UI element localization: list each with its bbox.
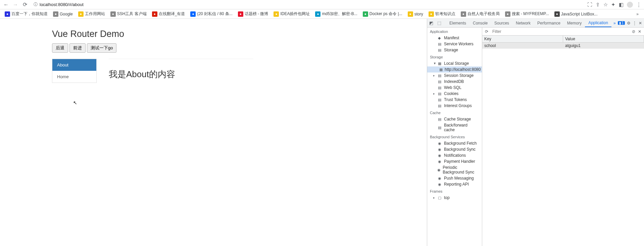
settings-icon[interactable]: ⚙ bbox=[627, 21, 631, 26]
bookmark-item[interactable]: ●搜索 - MYFREEMP... bbox=[503, 10, 551, 17]
bookmark-label: Google bbox=[60, 12, 73, 16]
forward-btn[interactable]: 前进 bbox=[69, 43, 86, 53]
bookmark-icon: ● bbox=[53, 11, 58, 17]
toolbar-right: ⛶ ⇪ ☆ ✦ ◧ ⋮ bbox=[587, 2, 641, 8]
tree-icon: ▤ bbox=[438, 86, 442, 90]
tab-performance[interactable]: Performance bbox=[534, 19, 564, 27]
tree-label: Service Workers bbox=[444, 42, 474, 46]
test-go-btn[interactable]: 测试一下go bbox=[87, 43, 116, 53]
bookmark-label: (20 封私信 / 80 条... bbox=[197, 11, 232, 17]
translate-icon[interactable]: ⛶ bbox=[587, 2, 592, 7]
tab-elements[interactable]: Elements bbox=[446, 19, 469, 27]
tree-item[interactable]: ◉Background Sync bbox=[427, 146, 482, 152]
nav-item-home[interactable]: Home bbox=[52, 71, 96, 83]
url-text: localhost:8080/#/about bbox=[40, 2, 84, 7]
bookmark-item[interactable]: ●软考知识点 bbox=[427, 10, 457, 17]
bookmark-label: md5加密、解密-B... bbox=[322, 11, 357, 17]
bookmark-item[interactable]: ●Google bbox=[51, 11, 75, 17]
clear-icon[interactable]: ⊘ bbox=[632, 29, 635, 34]
tree-icon: ▤ bbox=[438, 80, 442, 84]
forward-button[interactable]: → bbox=[12, 1, 19, 8]
tree-icon: ▢ bbox=[438, 196, 442, 200]
tree-item[interactable]: ▤Service Workers bbox=[427, 41, 482, 47]
tree-item[interactable]: ▤IndexedDB bbox=[427, 79, 482, 85]
bookmark-item[interactable]: ●md5加密、解密-B... bbox=[313, 10, 359, 17]
filter-input[interactable] bbox=[491, 29, 629, 35]
bookmark-item[interactable]: ●IDEA插件包网址 bbox=[271, 10, 312, 17]
tree-label: Push Messaging bbox=[444, 176, 474, 181]
tree-item[interactable]: ▤Cache Storage bbox=[427, 116, 482, 122]
star-icon[interactable]: ☆ bbox=[603, 2, 608, 8]
tree-item[interactable]: ▤Web SQL bbox=[427, 85, 482, 91]
bookmark-item[interactable]: ●story bbox=[406, 11, 425, 17]
back-btn[interactable]: 后退 bbox=[52, 43, 68, 53]
tree-item[interactable]: ▤Storage bbox=[427, 47, 482, 53]
table-header[interactable]: Key bbox=[482, 36, 563, 42]
bookmarks-more-icon[interactable]: » bbox=[636, 12, 641, 16]
tree-icon: ◉ bbox=[438, 147, 442, 152]
table-row[interactable]: schoolatguigu1 bbox=[482, 43, 644, 49]
bookmark-item[interactable]: ●在线翻译_有道 bbox=[150, 10, 187, 17]
tree-icon: ▦ bbox=[439, 67, 443, 72]
bookmark-icon: ● bbox=[554, 11, 560, 17]
more-tabs-icon[interactable]: » bbox=[611, 21, 618, 26]
delete-icon[interactable]: ✕ bbox=[638, 29, 641, 34]
tree-item[interactable]: ▸▢top bbox=[427, 195, 482, 201]
panel-icon[interactable]: ◧ bbox=[619, 2, 624, 8]
tree-item[interactable]: ▸▤Cookies bbox=[427, 91, 482, 97]
extensions-icon[interactable]: ✦ bbox=[611, 2, 615, 8]
tab-console[interactable]: Console bbox=[469, 19, 491, 27]
close-devtools-icon[interactable]: ✕ bbox=[639, 21, 642, 26]
tab-application[interactable]: Application bbox=[585, 19, 611, 27]
bookmark-icon: ● bbox=[152, 11, 157, 17]
tree-item[interactable]: ◉Payment Handler bbox=[427, 158, 482, 164]
tab-network[interactable]: Network bbox=[512, 19, 534, 27]
section-title: Background Services bbox=[427, 133, 482, 140]
bookmark-item[interactable]: ●(20 封私信 / 80 条... bbox=[188, 10, 234, 17]
tree-item[interactable]: ▸▤Session Storage bbox=[427, 72, 482, 79]
bookmark-item[interactable]: ●工作用网站 bbox=[76, 10, 107, 17]
table-header[interactable]: Value bbox=[563, 36, 644, 42]
bookmark-item[interactable]: ●百度一下，你就知道 bbox=[3, 10, 50, 17]
tree-item[interactable]: ▤Interest Groups bbox=[427, 103, 482, 109]
more-icon[interactable]: ⋮ bbox=[633, 21, 637, 26]
bookmark-item[interactable]: ●JavaScript ListBox... bbox=[552, 11, 600, 17]
tab-sources[interactable]: Sources bbox=[491, 19, 512, 27]
inspect-icon[interactable]: ◩ bbox=[427, 20, 435, 26]
tree-item[interactable]: ▤Trust Tokens bbox=[427, 97, 482, 103]
tree-label: Notifications bbox=[444, 153, 466, 158]
tree-label: Trust Tokens bbox=[444, 97, 467, 102]
tree-icon: ◆ bbox=[438, 36, 442, 40]
back-button[interactable]: ← bbox=[3, 1, 9, 8]
bookmark-icon: ● bbox=[238, 11, 243, 17]
bookmark-icon: ● bbox=[274, 11, 279, 17]
share-icon[interactable]: ⇪ bbox=[596, 2, 600, 8]
tree-item[interactable]: ◉Periodic Background Sync bbox=[427, 164, 482, 175]
device-icon[interactable]: ⬚ bbox=[435, 20, 443, 26]
tree-item[interactable]: ▦http://localhost:8080 bbox=[427, 66, 482, 72]
tree-item[interactable]: ◉Notifications bbox=[427, 152, 482, 158]
tree-label: http://localhost:8080 bbox=[445, 67, 481, 72]
bookmark-item[interactable]: ●自然人电子税务局 bbox=[459, 10, 502, 17]
tree-label: IndexedDB bbox=[444, 79, 464, 84]
bookmark-item[interactable]: ●话题榜 - 微博 bbox=[236, 10, 270, 17]
reload-button[interactable]: ⟳ bbox=[21, 1, 28, 8]
tree-item[interactable]: ◉Reporting API bbox=[427, 181, 482, 187]
tree-item[interactable]: ◆Manifest bbox=[427, 35, 482, 41]
nav-item-about[interactable]: About bbox=[52, 59, 96, 71]
tree-item[interactable]: ▤Back/forward cache bbox=[427, 122, 482, 133]
tab-memory[interactable]: Memory bbox=[564, 19, 585, 27]
bookmark-item[interactable]: ●SSH工具 客户端 bbox=[108, 10, 149, 17]
refresh-icon[interactable]: ⟳ bbox=[482, 29, 491, 34]
tree-item[interactable]: ▼▦Local Storage bbox=[427, 60, 482, 66]
tree-item[interactable]: ◉Push Messaging bbox=[427, 175, 482, 181]
bookmark-label: SSH工具 客户端 bbox=[117, 11, 147, 17]
profile-icon[interactable] bbox=[627, 2, 633, 8]
bookmark-item[interactable]: ●Docker ps 命令 |... bbox=[361, 10, 404, 17]
message-badge[interactable]: ▮ 1 bbox=[618, 21, 625, 25]
menu-icon[interactable]: ⋮ bbox=[636, 2, 641, 8]
address-bar[interactable]: ⓘ localhost:8080/#/about bbox=[31, 1, 585, 8]
bookmark-label: 软考知识点 bbox=[435, 11, 455, 17]
cell-value: atguigu1 bbox=[563, 43, 644, 49]
tree-item[interactable]: ◉Background Fetch bbox=[427, 140, 482, 146]
